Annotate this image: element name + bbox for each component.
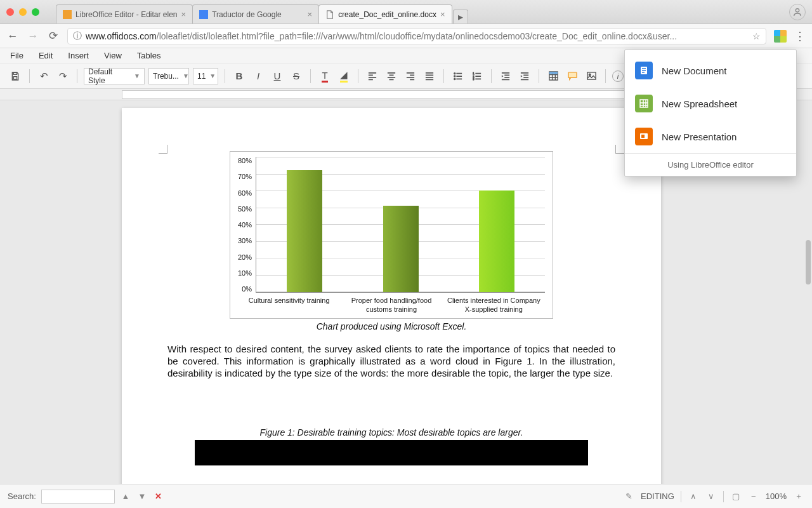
- menu-tables[interactable]: Tables: [137, 51, 161, 60]
- browser-tab[interactable]: Traductor de Google×: [192, 4, 319, 23]
- tab-favicon-icon: [325, 10, 334, 19]
- svg-rect-17: [568, 72, 576, 77]
- chart-y-tick: 40%: [238, 221, 252, 229]
- tab-close-icon[interactable]: ×: [440, 10, 445, 19]
- edit-mode-icon[interactable]: ✎: [623, 491, 634, 501]
- align-center-button[interactable]: [384, 69, 399, 84]
- tab-label: Traductor de Google: [212, 10, 282, 19]
- font-family-combo[interactable]: Trebu...▼: [148, 68, 189, 84]
- chart-caption: Chart produced using Microsoft Excel.: [167, 321, 615, 331]
- reload-button[interactable]: ⟳: [47, 29, 60, 43]
- browser-menu-button[interactable]: ⋮: [794, 29, 806, 43]
- menu-file[interactable]: File: [10, 51, 23, 60]
- browser-tab[interactable]: create_Doc_edit_online.docx×: [318, 4, 452, 23]
- profile-avatar-icon[interactable]: [789, 4, 806, 20]
- chart-y-tick: 60%: [238, 189, 252, 197]
- chart-y-tick: 20%: [238, 253, 252, 261]
- extension-button[interactable]: [774, 30, 787, 43]
- minimize-window-icon[interactable]: [19, 8, 27, 16]
- address-bar[interactable]: ⓘ www.offidocs.com/loleaflet/dist/loleaf…: [67, 28, 766, 44]
- insert-comment-button[interactable]: [565, 69, 580, 84]
- chart-y-tick: 50%: [238, 205, 252, 213]
- popup-item-label: New Document: [662, 65, 727, 76]
- save-button[interactable]: [8, 69, 23, 84]
- extension-popup: New DocumentNew SpreadsheetNew Presentat…: [624, 50, 797, 177]
- popup-item-pres[interactable]: New Presentation: [625, 120, 796, 153]
- zoom-out-button[interactable]: −: [748, 491, 759, 501]
- indent-button[interactable]: [517, 69, 532, 84]
- search-input[interactable]: [41, 490, 115, 504]
- forward-button[interactable]: →: [27, 30, 39, 43]
- window-controls: [6, 8, 39, 16]
- bold-button[interactable]: B: [232, 69, 247, 84]
- close-window-icon[interactable]: [6, 8, 14, 16]
- margin-marker-icon: [615, 145, 624, 154]
- menu-insert[interactable]: Insert: [68, 51, 89, 60]
- prev-page-button[interactable]: ∧: [688, 491, 699, 501]
- doc-icon: [635, 62, 653, 79]
- chart-y-axis: 80%70%60%50%40%30%20%10%0%: [238, 157, 256, 293]
- menu-view[interactable]: View: [104, 51, 122, 60]
- about-button[interactable]: i: [612, 70, 624, 82]
- align-right-button[interactable]: [403, 69, 418, 84]
- font-size-combo[interactable]: 11▼: [193, 68, 218, 84]
- embedded-chart[interactable]: 80%70%60%50%40%30%20%10%0% Cultural sens…: [230, 151, 553, 319]
- svg-rect-6: [641, 135, 645, 138]
- font-color-button[interactable]: T: [317, 69, 332, 84]
- svg-rect-0: [63, 10, 72, 19]
- site-info-icon[interactable]: ⓘ: [73, 30, 82, 42]
- paragraph-style-combo[interactable]: Default Style▼: [84, 68, 145, 84]
- chart-plot-area: [256, 157, 545, 293]
- bullet-list-button[interactable]: [450, 69, 466, 84]
- body-paragraph[interactable]: With respect to desired content, the sur…: [167, 343, 615, 380]
- svg-rect-16: [549, 72, 557, 74]
- undo-button[interactable]: ↶: [36, 69, 51, 84]
- browser-titlebar: LibreOffice Editor - Editar elen×Traduct…: [0, 0, 812, 24]
- margin-marker-icon: [159, 145, 167, 154]
- chart-x-category: Cultural sensitivity training: [242, 297, 337, 314]
- popup-item-label: New Spreadsheet: [662, 98, 737, 109]
- redo-button[interactable]: ↷: [55, 69, 70, 84]
- popup-item-label: New Presentation: [662, 131, 737, 142]
- italic-button[interactable]: I: [251, 69, 266, 84]
- svg-rect-8: [13, 76, 16, 79]
- numbered-list-button[interactable]: 123: [469, 69, 485, 84]
- insert-table-button[interactable]: [546, 69, 561, 84]
- vertical-scrollbar[interactable]: [804, 100, 811, 484]
- tab-close-icon[interactable]: ×: [308, 10, 313, 19]
- bookmark-star-icon[interactable]: ☆: [752, 31, 761, 41]
- chart-y-tick: 10%: [238, 269, 252, 277]
- svg-rect-18: [587, 72, 595, 79]
- outdent-button[interactable]: [498, 69, 513, 84]
- chart-x-category: Clients interested in Company X-supplied…: [446, 297, 541, 314]
- chart-x-category: Proper food handling/food customs traini…: [344, 297, 439, 314]
- highlight-color-button[interactable]: ◢: [336, 69, 351, 84]
- chart-bar: [287, 170, 322, 292]
- figure-caption: Figure 1: Desirable training topics: Mos…: [167, 427, 615, 438]
- search-next-button[interactable]: ▼: [136, 491, 148, 501]
- fit-page-button[interactable]: ▢: [730, 491, 742, 501]
- chart-bar: [383, 206, 419, 292]
- zoom-in-button[interactable]: +: [793, 491, 804, 501]
- maximize-window-icon[interactable]: [32, 8, 39, 16]
- sheet-icon: [635, 95, 653, 112]
- tab-close-icon[interactable]: ×: [181, 10, 187, 19]
- search-close-button[interactable]: ✕: [153, 491, 164, 501]
- search-prev-button[interactable]: ▲: [120, 491, 131, 501]
- underline-button[interactable]: U: [270, 69, 285, 84]
- popup-item-doc[interactable]: New Document: [625, 54, 796, 87]
- insert-image-button[interactable]: [584, 69, 599, 84]
- next-page-button[interactable]: ∨: [705, 491, 717, 501]
- align-left-button[interactable]: [365, 69, 380, 84]
- new-tab-button[interactable]: ▸: [453, 10, 468, 23]
- browser-tab[interactable]: LibreOffice Editor - Editar elen×: [56, 4, 193, 23]
- svg-point-2: [796, 8, 799, 11]
- svg-point-9: [454, 72, 455, 74]
- svg-point-10: [454, 76, 455, 77]
- popup-item-sheet[interactable]: New Spreadsheet: [625, 87, 796, 120]
- back-button[interactable]: ←: [6, 30, 19, 43]
- strikethrough-button[interactable]: S: [289, 69, 304, 84]
- menu-edit[interactable]: Edit: [39, 51, 53, 60]
- popup-footer: Using LibreOffice editor: [625, 153, 796, 176]
- align-justify-button[interactable]: [422, 69, 437, 84]
